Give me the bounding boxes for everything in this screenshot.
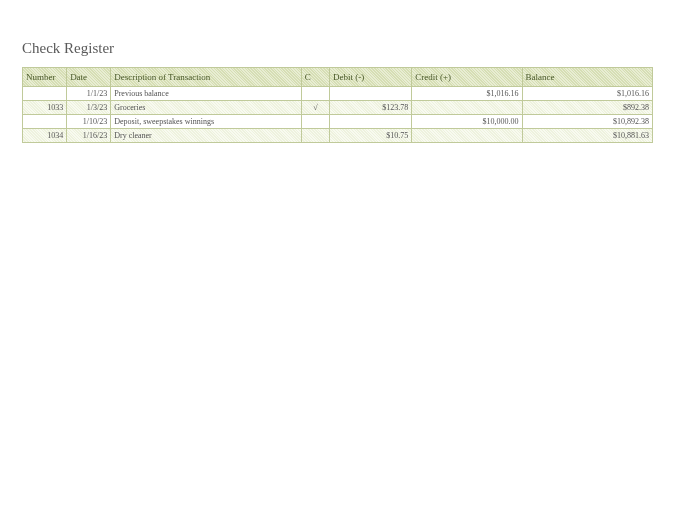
cell-balance: $10,892.38 (522, 115, 652, 129)
header-c: C (301, 68, 329, 87)
cell-description: Deposit, sweepstakes winnings (111, 115, 302, 129)
cell-number: 1033 (23, 101, 67, 115)
table-row: 1/1/23 Previous balance $1,016.16 $1,016… (23, 87, 653, 101)
header-debit: Debit (-) (329, 68, 411, 87)
cell-description: Groceries (111, 101, 302, 115)
cell-debit (329, 115, 411, 129)
cell-c (301, 87, 329, 101)
table-row: 1033 1/3/23 Groceries √ $123.78 $892.38 (23, 101, 653, 115)
header-description: Description of Transaction (111, 68, 302, 87)
cell-date: 1/10/23 (67, 115, 111, 129)
cell-number (23, 87, 67, 101)
page-title: Check Register (22, 40, 653, 57)
cell-description: Previous balance (111, 87, 302, 101)
cell-number: 1034 (23, 129, 67, 143)
register-table: Number Date Description of Transaction C… (22, 67, 653, 143)
cell-number (23, 115, 67, 129)
cell-balance: $10,881.63 (522, 129, 652, 143)
header-number: Number (23, 68, 67, 87)
cell-balance: $1,016.16 (522, 87, 652, 101)
header-balance: Balance (522, 68, 652, 87)
check-register-container: Check Register Number Date Description o… (0, 0, 675, 143)
header-credit: Credit (+) (412, 68, 522, 87)
cell-date: 1/3/23 (67, 101, 111, 115)
header-date: Date (67, 68, 111, 87)
cell-debit: $123.78 (329, 101, 411, 115)
cell-balance: $892.38 (522, 101, 652, 115)
cell-credit (412, 129, 522, 143)
cell-debit: $10.75 (329, 129, 411, 143)
cell-c (301, 129, 329, 143)
cell-description: Dry cleaner (111, 129, 302, 143)
table-row: 1/10/23 Deposit, sweepstakes winnings $1… (23, 115, 653, 129)
cell-date: 1/1/23 (67, 87, 111, 101)
cell-c: √ (301, 101, 329, 115)
table-row: 1034 1/16/23 Dry cleaner $10.75 $10,881.… (23, 129, 653, 143)
cell-c (301, 115, 329, 129)
cell-date: 1/16/23 (67, 129, 111, 143)
header-row: Number Date Description of Transaction C… (23, 68, 653, 87)
cell-debit (329, 87, 411, 101)
cell-credit (412, 101, 522, 115)
cell-credit: $1,016.16 (412, 87, 522, 101)
cell-credit: $10,000.00 (412, 115, 522, 129)
